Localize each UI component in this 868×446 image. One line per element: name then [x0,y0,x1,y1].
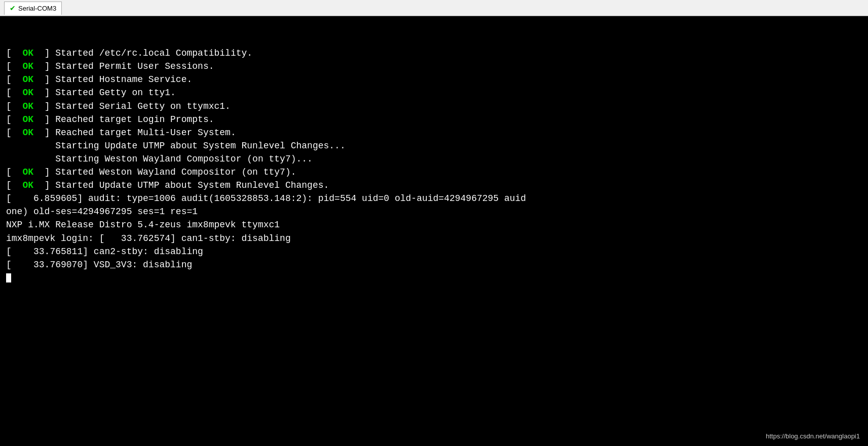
title-bar: ✔ Serial-COM3 [0,0,868,16]
terminal-line: [ OK ] Started Getty on tty1. [6,86,862,99]
terminal-line: [ OK ] Started Hostname Service. [6,73,862,86]
terminal-line: [ OK ] Started Serial Getty on ttymxc1. [6,100,862,113]
terminal-line: [ OK ] Started Update UTMP about System … [6,179,862,192]
serial-tab[interactable]: ✔ Serial-COM3 [4,2,62,15]
terminal-line: one) old-ses=4294967295 ses=1 res=1 [6,205,862,218]
cursor [6,273,11,282]
terminal-line: imx8mpevk login: [ 33.762574] can1-stby:… [6,232,862,245]
terminal-line: [ OK ] Reached target Multi-User System. [6,126,862,139]
terminal-line: [ OK ] Reached target Login Prompts. [6,113,862,126]
terminal-line: [ 33.765811] can2-stby: disabling [6,245,862,258]
terminal-line [6,271,862,285]
watermark: https://blog.csdn.net/wanglaopi1 [763,431,863,441]
terminal-line: Starting Weston Wayland Compositor (on t… [6,152,862,166]
terminal-line: [ OK ] Started Permit User Sessions. [6,60,862,73]
terminal-output: [ OK ] Started /etc/rc.local Compatibili… [0,16,868,446]
terminal-line: [ 6.859605] audit: type=1006 audit(16053… [6,192,862,205]
terminal-line: Starting Update UTMP about System Runlev… [6,139,862,152]
terminal-line: [ OK ] Started /etc/rc.local Compatibili… [6,47,862,60]
tab-label: Serial-COM3 [18,5,56,12]
terminal-line: [ 33.769070] VSD_3V3: disabling [6,258,862,271]
check-icon: ✔ [10,4,16,12]
terminal-line: NXP i.MX Release Distro 5.4-zeus imx8mpe… [6,218,862,231]
terminal-line: [ OK ] Started Weston Wayland Compositor… [6,166,862,179]
main-window: ✔ Serial-COM3 [ OK ] Started /etc/rc.loc… [0,0,868,446]
